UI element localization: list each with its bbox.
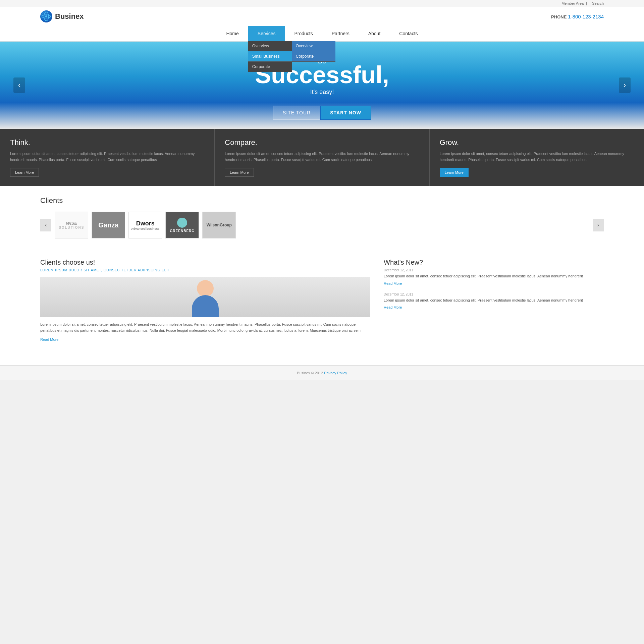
services-dropdown: Overview Small Business Corporate — [248, 41, 292, 72]
feature-think-btn[interactable]: Learn More — [10, 168, 39, 177]
services-dropdown-item-small-business[interactable]: Small Business — [248, 51, 292, 62]
whats-new-title: What's New? — [384, 259, 604, 266]
client-logo-greenberg: GREENBERG — [165, 212, 199, 238]
client-logo-dwors: Dwors Advanced business — [128, 212, 162, 238]
feature-compare-title: Compare. — [225, 138, 419, 147]
nav-wrapper: Home Services Overview Small Business Co… — [0, 26, 644, 42]
feature-grow-btn[interactable]: Learn More — [440, 168, 469, 177]
services-corporate-link[interactable]: Corporate — [248, 62, 292, 72]
nav-link-home[interactable]: Home — [217, 26, 248, 41]
news-text-1: Lorem ipsum dolor sit amet, consec tetue… — [384, 273, 604, 279]
nav-link-about[interactable]: About — [359, 26, 390, 41]
features-section: Think. Lorem ipsum dolor sit amet, conse… — [0, 129, 644, 186]
logo-icon — [40, 10, 52, 22]
news-item-2: December 12, 2011 Lorem ipsum dolor sit … — [384, 292, 604, 310]
whats-new-section: What's New? December 12, 2011 Lorem ipsu… — [384, 259, 604, 342]
footer: Businex © 2012 Privacy Policy — [0, 365, 644, 380]
feature-think-text: Lorem ipsum dolor sit amet, consec tetue… — [10, 151, 204, 163]
feature-compare-btn[interactable]: Learn More — [225, 168, 254, 177]
nav-link-partners[interactable]: Partners — [322, 26, 359, 41]
services-dropdown-item-corporate[interactable]: Corporate — [248, 62, 292, 72]
logo[interactable]: Businex — [40, 10, 84, 22]
feature-compare-text: Lorem ipsum dolor sit amet, consec tetue… — [225, 151, 419, 163]
hero-buttons: SITE TOUR START NOW — [273, 106, 371, 120]
services-small-business-link[interactable]: Small Business — [248, 51, 292, 62]
phone-label: PHONE — [551, 14, 567, 19]
clients-section: Clients ‹ WISE SOLUTIONS Ganza Dwors Adv… — [0, 186, 644, 249]
nav-link-products[interactable]: Products — [285, 26, 322, 41]
nav-item-services[interactable]: Services Overview Small Business Corpora… — [248, 26, 285, 41]
products-dropdown-item-overview[interactable]: Overview — [292, 41, 335, 51]
svg-point-3 — [45, 15, 47, 17]
site-tour-button[interactable]: SITE TOUR — [273, 106, 320, 120]
services-dropdown-item-overview[interactable]: Overview — [248, 41, 292, 51]
start-now-button[interactable]: START NOW — [320, 106, 371, 120]
services-overview-link[interactable]: Overview — [248, 41, 292, 51]
clients-choose-read-more[interactable]: Read More — [40, 337, 58, 341]
news-date-2: December 12, 2011 — [384, 292, 604, 296]
clients-title: Clients — [40, 196, 604, 205]
nav-link-services[interactable]: Services — [248, 26, 285, 41]
search-link[interactable]: Search — [592, 1, 604, 5]
news-read-more-2[interactable]: Read More — [384, 305, 402, 309]
nav-item-contacts[interactable]: Contacts — [390, 26, 427, 41]
news-read-more-1[interactable]: Read More — [384, 281, 402, 285]
clients-choose-title: Clients choose us! — [40, 259, 370, 266]
logo-text: Businex — [55, 12, 84, 21]
feature-think-title: Think. — [10, 138, 204, 147]
clients-choose-subtitle: LOREM IPSUM DOLOR SIT AMET, CONSEC TETUE… — [40, 268, 370, 272]
feature-grow-text: Lorem ipsum dolor sit amet, consec tetue… — [440, 151, 634, 163]
nav-item-partners[interactable]: Partners — [322, 26, 359, 41]
bottom-sections: Clients choose us! LOREM IPSUM DOLOR SIT… — [0, 249, 644, 352]
clients-choose-section: Clients choose us! LOREM IPSUM DOLOR SIT… — [40, 259, 370, 342]
client-logos: WISE SOLUTIONS Ganza Dwors Advanced busi… — [55, 212, 589, 238]
carousel-next-arrow[interactable]: › — [593, 219, 604, 231]
feature-grow-title: Grow. — [440, 138, 634, 147]
products-overview-link[interactable]: Overview — [292, 41, 335, 51]
news-date-1: December 12, 2011 — [384, 268, 604, 272]
feature-think: Think. Lorem ipsum dolor sit amet, conse… — [0, 129, 215, 186]
news-item-1: December 12, 2011 Lorem ipsum dolor sit … — [384, 268, 604, 286]
separator: | — [586, 1, 587, 5]
client-logo-wise: WISE SOLUTIONS — [55, 212, 88, 238]
feature-compare: Compare. Lorem ipsum dolor sit amet, con… — [215, 129, 429, 186]
main-nav: Home Services Overview Small Business Co… — [0, 26, 644, 41]
phone-area: PHONE 1-800-123-2134 — [551, 14, 604, 19]
hero-subtitle: It's easy! — [310, 89, 334, 96]
clients-choose-text: Lorem ipsum dolor sit amet, consec tetue… — [40, 322, 370, 333]
footer-privacy-link[interactable]: Privacy Policy — [324, 371, 347, 375]
client-logo-ganza: Ganza — [92, 212, 125, 238]
footer-copyright: Businex © 2012 — [297, 371, 323, 375]
products-sub-dropdown: Overview Corporate — [292, 41, 335, 62]
carousel-prev-arrow[interactable]: ‹ — [40, 219, 51, 231]
clients-choose-image — [40, 277, 370, 317]
member-area-link[interactable]: Member Area — [561, 1, 584, 5]
nav-item-about[interactable]: About — [359, 26, 390, 41]
phone-number: 1-800-123-2134 — [568, 14, 604, 19]
header: Businex PHONE 1-800-123-2134 — [0, 7, 644, 26]
clients-carousel: ‹ WISE SOLUTIONS Ganza Dwors Advanced bu… — [40, 212, 604, 238]
top-bar: Member Area | Search — [0, 0, 644, 7]
nav-item-products[interactable]: Products — [285, 26, 322, 41]
news-text-2: Lorem ipsum dolor sit amet, consec tetue… — [384, 298, 604, 304]
nav-item-home[interactable]: Home — [217, 26, 248, 41]
hero-next-arrow[interactable]: › — [619, 77, 631, 93]
spacer — [0, 352, 644, 365]
products-corporate-link[interactable]: Corporate — [292, 51, 335, 62]
products-dropdown-item-corporate[interactable]: Corporate — [292, 51, 335, 62]
client-logo-wilson: WilsonGroup — [202, 212, 236, 238]
nav-link-contacts[interactable]: Contacts — [390, 26, 427, 41]
hero-prev-arrow[interactable]: ‹ — [13, 77, 25, 93]
feature-grow: Grow. Lorem ipsum dolor sit amet, consec… — [430, 129, 644, 186]
